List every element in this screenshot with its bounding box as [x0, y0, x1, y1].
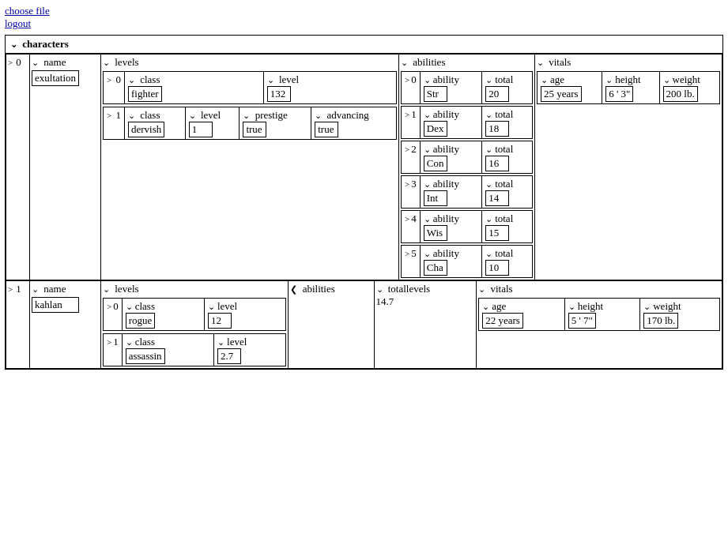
char-1-name-label: name [43, 283, 66, 295]
char-1-level-1-level-value: 2.7 [217, 348, 241, 364]
char-0-ability-4-expand[interactable]: > [405, 214, 409, 224]
characters-header: ⌄ characters [6, 36, 722, 54]
char-1-totallevels-value: 14.7 [376, 295, 475, 308]
char-0-ability-0-value: Str [424, 86, 447, 102]
char-0-ability-0-total-label: total [495, 73, 513, 85]
char-0-expand[interactable]: > [8, 58, 13, 67]
char-1-index: 1 [16, 283, 21, 295]
char-0-ability-1-value: Dex [424, 121, 447, 137]
char-0-ability-5-total-value: 10 [485, 260, 509, 276]
char-1-levels-cell: ⌄ levels >0 ⌄class rogue ⌄level 12 [101, 281, 289, 369]
char-0-levels-cell: ⌄ levels > 0 ⌄ class [101, 54, 399, 280]
char-1-index-cell: > 1 [6, 281, 30, 369]
char-1-level-0: >0 ⌄class rogue ⌄level 12 [103, 298, 286, 331]
char-0-level-0-class-toggle[interactable]: ⌄ [128, 75, 135, 85]
char-0-level-1-level-label: level [201, 109, 221, 121]
char-1-totallevels-toggle[interactable]: ⌄ [376, 284, 383, 294]
char-0-ability-1-total-value: 18 [485, 121, 509, 137]
characters-label: characters [22, 38, 68, 50]
char-0-level-0-class-label: class [140, 73, 160, 85]
char-0-level-0-class-value: fighter [128, 86, 162, 102]
char-1-level-0-expand[interactable]: > [107, 302, 111, 311]
char-1-age-label: age [492, 300, 506, 312]
char-0-abilities-toggle[interactable]: ⌄ [401, 58, 408, 67]
char-1-expand[interactable]: > [8, 284, 13, 294]
char-0-ability-2-value: Con [424, 156, 447, 171]
char-0-level-1-class-toggle[interactable]: ⌄ [128, 111, 135, 120]
char-0-ability-5: >5 ⌄ability Cha ⌄total 10 [401, 245, 533, 278]
char-0-ability-2: >2 ⌄ability Con ⌄total 16 [401, 141, 533, 174]
char-0-level-0-expand[interactable]: > [107, 75, 111, 85]
char-0-level-1-level-value: 1 [189, 122, 213, 137]
char-0-ability-0-expand[interactable]: > [405, 75, 409, 85]
char-0-ability-4-value: Wis [424, 225, 447, 241]
char-0-level-1-class-value: dervish [128, 122, 164, 137]
char-0-vitals-label: vitals [549, 56, 571, 68]
char-0-ability-4-index: 4 [411, 212, 417, 224]
char-0-ability-5-expand[interactable]: > [405, 249, 409, 258]
char-0-ability-0-ability-toggle[interactable]: ⌄ [424, 75, 431, 85]
char-0-ability-3-expand[interactable]: > [405, 179, 409, 189]
char-0-levels-label: levels [115, 56, 138, 68]
char-0-ability-0-total-toggle[interactable]: ⌄ [485, 75, 492, 85]
char-0-ability-2-label: ability [433, 143, 459, 155]
char-0-ability-1-total-label: total [495, 108, 513, 120]
char-0-ability-1-label: ability [433, 108, 459, 120]
char-0-index: 0 [16, 56, 21, 69]
choose-file-link[interactable]: choose file [5, 5, 723, 17]
char-1-name-cell: ⌄ name kahlan [30, 281, 101, 369]
char-0-age-label: age [550, 73, 564, 85]
char-0-level-1-prestige-value: true [243, 122, 266, 137]
char-0-ability-3-value: Int [424, 190, 447, 206]
char-0-ability-4: >4 ⌄ability Wis ⌄total 15 [401, 210, 533, 243]
char-0-ability-5-label: ability [433, 247, 459, 259]
char-1-abilities-toggle[interactable]: ❮ [290, 284, 297, 294]
char-0-ability-3-index: 3 [411, 178, 417, 190]
char-0-name-cell: ⌄ name exultation [30, 54, 101, 280]
char-1-name-value: kahlan [32, 297, 79, 313]
char-1-level-1-level-label: level [227, 336, 247, 348]
char-0-vitals-cell: ⌄ vitals ⌄age 25 years ⌄height 6 ' 3" [534, 54, 722, 280]
char-0-ability-0-total-value: 20 [485, 86, 509, 102]
char-0-ability-5-value: Cha [424, 260, 447, 276]
char-1-levels-toggle[interactable]: ⌄ [103, 284, 110, 294]
char-0-ability-5-index: 5 [411, 247, 417, 259]
char-1-vitals-toggle[interactable]: ⌄ [478, 284, 485, 294]
char-0-ability-0: >0 ⌄ability Str ⌄total 20 [401, 71, 533, 104]
char-0-levels-toggle[interactable]: ⌄ [103, 58, 110, 67]
char-1-level-0-index: 0 [113, 300, 119, 312]
char-0-vitals-toggle[interactable]: ⌄ [537, 58, 544, 67]
char-0-level-1-expand[interactable]: > [107, 111, 111, 120]
char-1-height-value: 5 ' 7" [568, 313, 596, 329]
char-0-ability-2-index: 2 [411, 143, 417, 155]
char-1-name-toggle[interactable]: ⌄ [32, 284, 39, 294]
char-0-level-0-level-value: 132 [267, 86, 291, 102]
char-0-ability-1: >1 ⌄ability Dex ⌄total 18 [401, 106, 533, 139]
char-0-name-toggle[interactable]: ⌄ [32, 58, 39, 67]
char-1-height-label: height [578, 300, 604, 312]
char-0-ability-1-expand[interactable]: > [405, 110, 409, 119]
char-0-ability-4-total-label: total [495, 212, 513, 224]
logout-link[interactable]: logout [5, 17, 723, 30]
char-0-level-1-prestige-toggle[interactable]: ⌄ [243, 111, 250, 120]
char-0-level-1-level-toggle[interactable]: ⌄ [189, 111, 196, 120]
char-1-abilities-label: abilities [303, 283, 335, 295]
characters-toggle[interactable]: ⌄ [10, 39, 17, 49]
char-0-ability-4-label: ability [433, 212, 459, 224]
char-0-ability-2-total-value: 16 [485, 156, 509, 171]
characters-section: ⌄ characters > 0 ⌄ name exultation [5, 35, 723, 370]
char-0-ability-3: >3 ⌄ability Int ⌄total 14 [401, 175, 533, 209]
char-0-name-value: exultation [32, 70, 79, 86]
char-1-level-1-expand[interactable]: > [107, 337, 111, 347]
char-0-level-0-level-toggle[interactable]: ⌄ [267, 75, 274, 85]
char-0-index-cell: > 0 [6, 54, 30, 280]
char-0-level-1-advancing-toggle[interactable]: ⌄ [315, 111, 322, 120]
char-0-weight-value: 200 lb. [663, 86, 698, 102]
char-0-level-1-advancing-label: advancing [326, 109, 368, 121]
char-0-ability-2-expand[interactable]: > [405, 145, 409, 154]
char-0-name-label: name [43, 56, 66, 68]
char-0-height-value: 6 ' 3" [605, 86, 633, 102]
char-1-levels-label: levels [115, 283, 138, 295]
char-0-ability-0-index: 0 [411, 73, 417, 85]
char-1-totallevels-label: totallevels [388, 283, 430, 295]
